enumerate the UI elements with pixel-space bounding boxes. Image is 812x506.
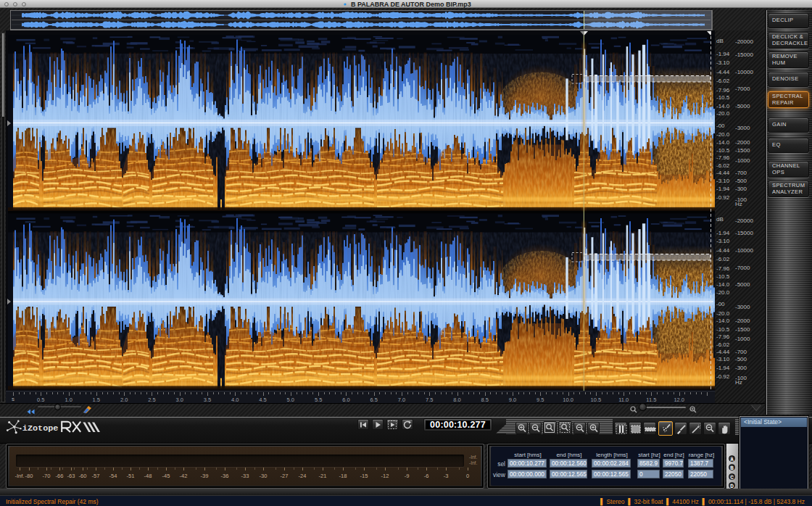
svg-text:iZotope: iZotope	[22, 423, 59, 434]
